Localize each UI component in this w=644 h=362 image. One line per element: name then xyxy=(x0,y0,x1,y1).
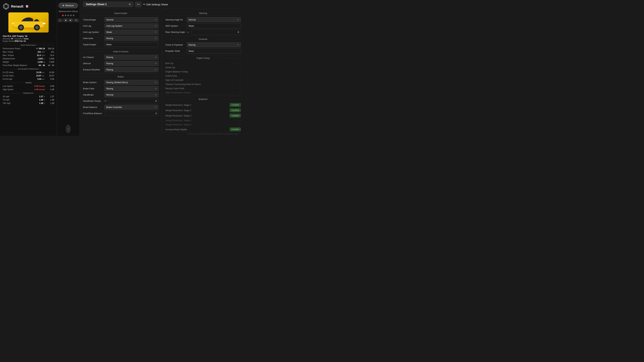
edit-settings-button[interactable]: ✏ Edit Settings Sheet xyxy=(143,3,168,6)
high-speed-value: -1.00 (Under) xyxy=(33,88,45,91)
chevron-down-icon: ▼ xyxy=(237,19,239,21)
accel3-value: 5.04 sec. xyxy=(33,78,45,80)
clutch-flywheel-label: Clutch & Flywheel xyxy=(165,43,186,46)
weight1-badge: Installed xyxy=(230,103,241,107)
propeller-shaft-row: Propeller Shaft None xyxy=(165,49,241,53)
brake-pads-value: Racing xyxy=(106,87,113,90)
handbrake-dropdown[interactable]: Normal ▼ xyxy=(104,92,158,97)
collapse-button[interactable]: ‹ xyxy=(66,125,70,133)
prev-button[interactable]: ◀ xyxy=(64,18,68,22)
measure-button[interactable]: Measure xyxy=(58,3,78,8)
flag-icon: 🇫🇷 xyxy=(25,4,29,8)
brake-balance-row: Brake Balance Brake Controller ▼ xyxy=(83,105,158,110)
brand-logo-icon xyxy=(3,3,10,10)
propeller-shaft-dropdown[interactable]: None xyxy=(187,49,241,53)
turbocharger-label: Turbocharger xyxy=(83,18,103,21)
accel2-row: 0-0.62 miles 24.57 sec. 24.57 xyxy=(0,74,57,77)
air-cleaner-dropdown[interactable]: Racing ▼ xyxy=(104,55,158,60)
supercharger-title: Supercharger xyxy=(83,11,158,15)
handbrake-torque-input[interactable]: 0 xyxy=(108,98,158,103)
control-row: L1 ◀ ▶ R1 xyxy=(58,18,79,22)
rot2-value: 1.36 G xyxy=(33,99,45,101)
brakes-title: Brakes xyxy=(83,75,158,79)
front-rear-value: 64 : 36 xyxy=(33,64,45,66)
low-speed-row: Low Speed -0.59 (Under) -0.59 xyxy=(0,84,57,88)
polish-ports-label: Polish Ports xyxy=(165,75,177,77)
next-button[interactable]: ▶ xyxy=(68,18,73,22)
sheet-selector[interactable]: Settings Sheet 1 ≡ xyxy=(83,2,133,7)
stroke-up-row: Stroke Up -- xyxy=(165,65,241,69)
lv-label: Lv. xyxy=(187,31,189,33)
dot-2[interactable] xyxy=(68,14,69,16)
brake-pads-dropdown[interactable]: Racing ▼ xyxy=(104,86,158,91)
exhaust-manifold-dropdown[interactable]: Racing ▼ xyxy=(104,67,158,72)
dot-1[interactable] xyxy=(65,14,66,16)
intercooler-dropdown[interactable]: Racing ▼ xyxy=(104,36,158,41)
chevron-down-icon: ▼ xyxy=(155,56,157,58)
more-options-button[interactable]: ••• xyxy=(135,2,142,7)
antilag-value: Anti-Lag System xyxy=(106,25,122,27)
weight-compare: 1,030 xyxy=(45,61,54,63)
dot-4[interactable] xyxy=(73,14,74,16)
body-rigidity-row: Increase Body Rigidity Installed xyxy=(165,127,241,132)
rear-steering-input[interactable]: 0 xyxy=(191,30,241,34)
body-rigidity-label: Increase Body Rigidity xyxy=(165,128,187,131)
accel3-label: 62-93 mph xyxy=(3,78,33,80)
four-ws-dropdown[interactable]: None xyxy=(187,23,241,28)
rot1-row: 40 mph 1.27 G 1.27 xyxy=(0,95,57,98)
weight3-label: Weight Reduction: Stage 3 xyxy=(165,114,191,117)
supercharger-dropdown[interactable]: None xyxy=(104,42,158,47)
displacement-label: Displacement xyxy=(3,57,33,60)
weight2-row: Weight Reduction: Stage 2 Installed xyxy=(165,108,241,113)
engine-balance-value: -- xyxy=(239,70,241,73)
menu-lines-icon: ≡ xyxy=(129,3,130,6)
brake-system-dropdown[interactable]: Racing (Slotted Discs) ▼ xyxy=(104,80,158,85)
front-rear-row: Front-Rear Weight Balance 64 : 36 64 : 3… xyxy=(0,64,57,67)
middle-panel: Measure Measurement History L1 ◀ ▶ R1 ‹ xyxy=(57,0,80,136)
max-torque-value: 31.4 kgfm xyxy=(33,54,45,56)
weight1-row: Weight Reduction: Stage 1 Installed xyxy=(165,102,241,107)
dot-3[interactable] xyxy=(70,14,72,16)
displacement-row: Displacement 1,618 cc 1,618 xyxy=(0,57,57,60)
rotational-g-divider: Rotational G xyxy=(0,91,57,95)
accel1-compare: 13.39 xyxy=(45,71,54,73)
intercooler-value: Racing xyxy=(106,37,113,39)
accel2-label: 0-0.62 miles xyxy=(3,75,33,77)
bore-up-row: Bore Up -- xyxy=(165,61,241,65)
rot1-compare: 1.27 xyxy=(45,95,54,98)
steering-angle-row: Steering Angle Kit Normal ▼ xyxy=(165,17,241,22)
polish-ports-value: -- xyxy=(239,75,241,77)
antilag-dropdown[interactable]: Anti-Lag System ▼ xyxy=(104,23,158,28)
body-rigidity-badge: Installed xyxy=(230,128,241,131)
acceleration-divider: Acceleration Performance xyxy=(0,67,57,71)
rot2-compare: 1.36 xyxy=(45,99,54,101)
weight3-badge: Installed xyxy=(230,114,241,117)
handbrake-row: Handbrake Normal ▼ xyxy=(83,92,158,97)
clutch-flywheel-dropdown[interactable]: Racing ▼ xyxy=(187,42,241,47)
weight-row: Weight 1,030 kg 1,030 xyxy=(0,60,57,64)
steering-angle-label: Steering Angle Kit xyxy=(165,18,186,21)
air-cleaner-label: Air Cleaner xyxy=(83,56,103,58)
pp-compare: 580.16 xyxy=(45,47,54,50)
brake-balance-dropdown[interactable]: Brake Controller ▼ xyxy=(104,105,158,110)
steering-angle-value: Normal xyxy=(189,18,196,21)
low-speed-label: Low Speed xyxy=(3,85,33,87)
max-power-label: Max. Power xyxy=(3,51,33,53)
clutch-flywheel-value: Racing xyxy=(189,43,196,46)
silencer-dropdown[interactable]: Racing ▼ xyxy=(104,61,158,66)
measurement-history-label: Measurement History xyxy=(59,10,78,12)
turbocharger-dropdown[interactable]: Normal ▼ xyxy=(104,17,158,22)
steering-angle-dropdown[interactable]: Normal ▼ xyxy=(187,17,241,22)
supercharger-label: Supercharger xyxy=(83,43,103,46)
weight3-row: Weight Reduction: Stage 3 Installed xyxy=(165,113,241,118)
high-compression-row: High Compression Pistons -- xyxy=(165,91,241,94)
antilag-system-dropdown[interactable]: Weak ▼ xyxy=(104,30,158,34)
pp-label: Performance Points xyxy=(3,47,33,50)
bore-up-value: -- xyxy=(239,62,241,64)
titanium-row: Titanium Connecting Rods & Pistons -- xyxy=(165,82,241,86)
titanium-value: -- xyxy=(239,83,241,85)
dot-active[interactable] xyxy=(62,14,64,16)
drivetrain-title: Drivetrain xyxy=(165,37,241,41)
engine-balance-label: Engine Balance Tuning xyxy=(165,70,188,73)
front-rear-balance-input[interactable]: 3 xyxy=(104,111,158,116)
